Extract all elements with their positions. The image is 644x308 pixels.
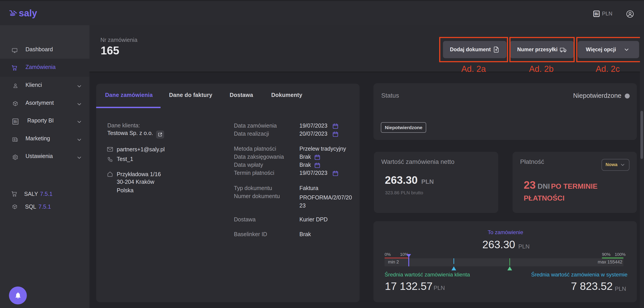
svg-text:Bi: Bi xyxy=(14,120,17,124)
svg-text:Bi: Bi xyxy=(594,12,598,16)
